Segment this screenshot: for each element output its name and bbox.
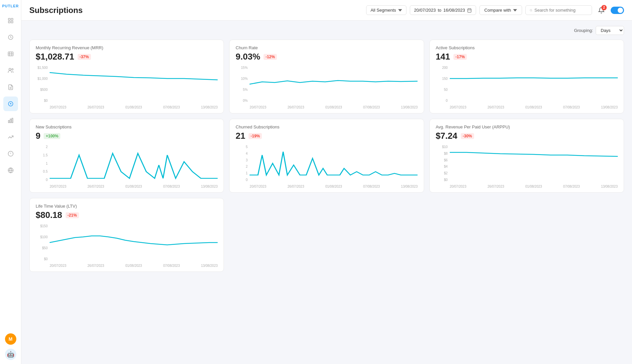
avatar-m[interactable]: M xyxy=(5,333,16,345)
churned-subs-chart: 543210 20/07/202326/07/202301/08/202307/… xyxy=(236,145,417,188)
arppu-y-labels: $10$8$6$4$2$0 xyxy=(436,145,450,182)
arppu-title: Avg. Revenue Per Paid User (ARPPU) xyxy=(436,124,618,129)
mrr-title: Monthly Recurring Revenue (MRR) xyxy=(36,45,218,50)
active-subs-value: 141 xyxy=(436,52,450,62)
card-arppu: Avg. Revenue Per Paid User (ARPPU) $7.24… xyxy=(429,119,624,193)
arppu-value: $7.24 xyxy=(436,131,457,141)
date-to-label: to xyxy=(438,8,441,13)
active-subs-x-labels: 20/07/202326/07/202301/08/202307/08/2023… xyxy=(450,105,618,109)
new-subs-svg xyxy=(50,145,218,182)
search-box[interactable] xyxy=(525,5,592,15)
new-subs-x-labels: 20/07/202326/07/202301/08/202307/08/2023… xyxy=(50,185,218,188)
search-input[interactable] xyxy=(534,8,588,13)
new-subs-y-labels: 21.510.50 xyxy=(36,145,50,182)
svg-point-23 xyxy=(530,9,532,11)
ltv-x-labels: 20/07/202326/07/202301/08/202307/08/2023… xyxy=(50,264,218,268)
top-cards-grid: Monthly Recurring Revenue (MRR) $1,028.7… xyxy=(29,40,624,113)
mrr-y-labels: $1,500$1,000$500$0 xyxy=(36,66,50,102)
content-area: Grouping: Days Weeks Months Monthly Recu… xyxy=(21,21,632,364)
header: Subscriptions All Segments 20/07/2023 to… xyxy=(21,0,632,21)
compare-button[interactable]: Compare with xyxy=(479,5,522,15)
svg-rect-11 xyxy=(8,120,9,123)
sidebar-item-global[interactable] xyxy=(3,163,18,178)
ltv-title: Life Time Value (LTV) xyxy=(36,204,218,209)
segments-dropdown[interactable]: All Segments xyxy=(366,5,406,15)
active-subs-svg xyxy=(450,66,618,102)
ltv-value: $80.18 xyxy=(36,210,62,220)
card-ltv: Life Time Value (LTV) $80.18 -21% $150$1… xyxy=(29,198,224,272)
svg-rect-12 xyxy=(10,119,11,123)
ltv-value-row: $80.18 -21% xyxy=(36,210,218,220)
arppu-svg xyxy=(450,145,618,182)
grouping-bar: Grouping: Days Weeks Months xyxy=(29,26,624,35)
app-logo: PUTLER xyxy=(2,4,19,8)
active-subs-value-row: 141 -17% xyxy=(436,52,618,62)
sidebar-item-subscriptions[interactable] xyxy=(3,96,18,111)
sidebar-item-trends[interactable] xyxy=(3,130,18,144)
svg-rect-0 xyxy=(8,18,10,20)
ltv-y-labels: $150$100$50$0 xyxy=(36,224,50,261)
grouping-select[interactable]: Days Weeks Months xyxy=(596,26,624,35)
svg-rect-2 xyxy=(8,21,10,23)
svg-point-7 xyxy=(12,69,13,70)
date-from: 20/07/2023 xyxy=(414,8,436,13)
sidebar-item-reports[interactable] xyxy=(3,80,18,94)
mrr-x-labels: 20/07/202326/07/202301/08/202307/08/2023… xyxy=(50,105,218,109)
main-content: Subscriptions All Segments 20/07/2023 to… xyxy=(21,0,632,364)
notification-badge: 2 xyxy=(601,5,607,10)
theme-toggle[interactable] xyxy=(611,7,624,14)
churn-y-labels: 15%10%5%0% xyxy=(236,66,250,102)
churned-subs-value: 21 xyxy=(236,131,245,141)
arppu-badge: -30% xyxy=(461,133,474,139)
svg-rect-1 xyxy=(11,18,13,20)
page-title: Subscriptions xyxy=(29,6,361,15)
sidebar-item-customers[interactable] xyxy=(3,63,18,78)
active-subs-title: Active Subscriptions xyxy=(436,45,618,50)
churned-subs-badge: -19% xyxy=(249,133,262,139)
sidebar-item-revenue[interactable] xyxy=(3,30,18,45)
new-subs-chart: 21.510.50 20/07/202326/07/202301/08/2023… xyxy=(36,145,218,188)
arppu-value-row: $7.24 -30% xyxy=(436,131,618,141)
ltv-chart: $150$100$50$0 20/07/202326/07/202301/08/… xyxy=(36,224,218,268)
arppu-chart: $10$8$6$4$2$0 20/07/202326/07/202301/08/… xyxy=(436,145,618,188)
card-mrr: Monthly Recurring Revenue (MRR) $1,028.7… xyxy=(29,40,224,113)
churn-value-row: 9.03% -12% xyxy=(236,52,417,62)
date-range-picker[interactable]: 20/07/2023 to 16/08/2023 xyxy=(410,5,476,15)
sidebar-item-insights[interactable] xyxy=(3,146,18,161)
churned-subs-y-labels: 543210 xyxy=(236,145,250,182)
middle-cards-grid: New Subscriptions 9 +100% 21.510.50 xyxy=(29,119,624,193)
bottom-cards-grid: Life Time Value (LTV) $80.18 -21% $150$1… xyxy=(29,198,624,272)
sidebar-item-orders[interactable] xyxy=(3,47,18,61)
churned-subs-svg xyxy=(250,145,417,182)
sidebar: PUTLER M 🤖 xyxy=(0,0,21,364)
churn-x-labels: 20/07/202326/07/202301/08/202307/08/2023… xyxy=(250,105,417,109)
new-subs-title: New Subscriptions xyxy=(36,124,218,129)
mrr-svg xyxy=(50,66,218,102)
svg-line-24 xyxy=(532,11,532,11)
svg-point-6 xyxy=(9,68,11,70)
churn-title: Churn Rate xyxy=(236,45,417,50)
segments-label: All Segments xyxy=(370,8,396,13)
avatar-robot[interactable]: 🤖 xyxy=(5,349,16,360)
card-new-subs: New Subscriptions 9 +100% 21.510.50 xyxy=(29,119,224,193)
sidebar-item-dashboard[interactable] xyxy=(3,13,18,28)
notification-bell[interactable]: 2 xyxy=(595,4,607,16)
churn-chart: 15%10%5%0% 20/07/202326/07/202301/08/202… xyxy=(236,66,417,109)
compare-label: Compare with xyxy=(484,8,511,13)
mrr-value-row: $1,028.71 -37% xyxy=(36,52,218,62)
ltv-svg xyxy=(50,224,218,261)
active-subs-y-labels: 200150500 xyxy=(436,66,450,102)
churn-svg xyxy=(250,66,417,102)
svg-rect-19 xyxy=(468,9,471,12)
churn-value: 9.03% xyxy=(236,52,260,62)
svg-rect-13 xyxy=(12,118,13,123)
sidebar-item-analytics[interactable] xyxy=(3,113,18,128)
mrr-value: $1,028.71 xyxy=(36,52,74,62)
new-subs-value-row: 9 +100% xyxy=(36,131,218,141)
mrr-badge: -37% xyxy=(78,54,91,60)
arppu-x-labels: 20/07/202326/07/202301/08/202307/08/2023… xyxy=(450,185,618,188)
card-churn: Churn Rate 9.03% -12% 15%10%5%0% xyxy=(229,40,424,113)
card-churned-subs: Churned Subscriptions 21 -19% 543210 xyxy=(229,119,424,193)
svg-rect-3 xyxy=(11,21,13,23)
mrr-chart: $1,500$1,000$500$0 20/07/202326/07/20230… xyxy=(36,66,218,109)
